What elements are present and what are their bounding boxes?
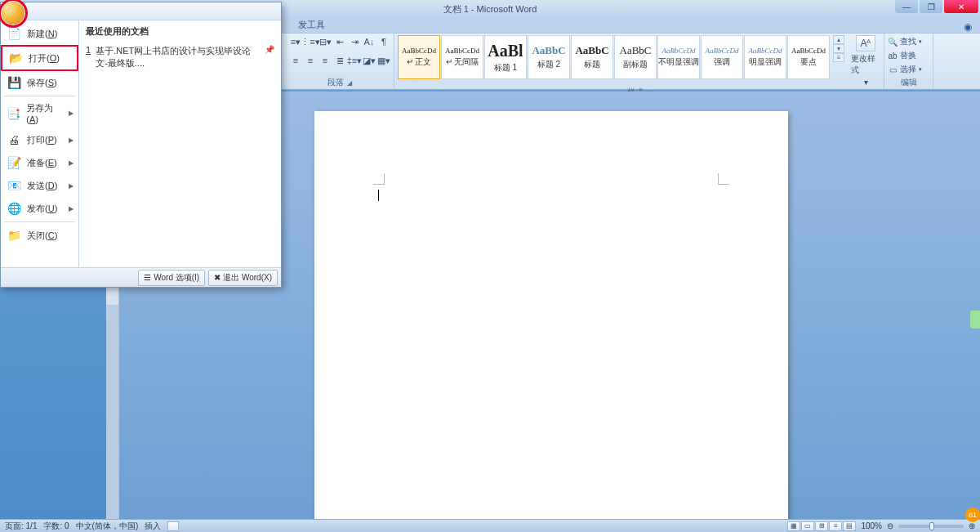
options-icon: ☰ xyxy=(144,273,151,282)
status-insert-mode[interactable]: 插入 xyxy=(145,521,161,532)
view-web-layout[interactable]: ⊞ xyxy=(815,521,828,531)
office-menu-item-2[interactable]: 💾保存(S) xyxy=(1,71,78,94)
style-preview: AaBbC xyxy=(532,44,565,57)
office-menu-item-8[interactable]: 📁关闭(C) xyxy=(1,224,78,247)
view-full-reading[interactable]: ▭ xyxy=(801,521,814,531)
indent-dec-icon[interactable]: ⇤ xyxy=(333,35,346,48)
select-button[interactable]: ▭选择▾ xyxy=(888,63,922,76)
zoom-slider[interactable] xyxy=(898,525,964,528)
view-print-layout[interactable]: ▦ xyxy=(787,521,800,531)
status-bar: 页面: 1/1 字数: 0 中文(简体，中国) 插入 ▦ ▭ ⊞ ≡ ▤ 100… xyxy=(0,519,980,532)
tab-devtools[interactable]: 发工具 xyxy=(290,17,333,33)
document-page[interactable] xyxy=(314,111,788,532)
style-item-1[interactable]: AaBbCcDd↵ 无间隔 xyxy=(441,35,483,79)
align-justify-icon[interactable]: ≣ xyxy=(333,54,346,67)
indent-inc-icon[interactable]: ⇥ xyxy=(348,35,361,48)
change-styles-icon: Aᴬ xyxy=(856,35,875,51)
office-menu: 📄新建(N)📂打开(O)💾保存(S)📑另存为(A)▶🖨打印(P)▶📝准备(E)▶… xyxy=(0,2,282,288)
status-macro-icon[interactable] xyxy=(167,521,179,531)
change-styles-button[interactable]: Aᴬ 更改样式 ▾ xyxy=(851,35,880,87)
style-item-5[interactable]: AaBbC副标题 xyxy=(614,35,657,79)
text-cursor xyxy=(378,190,379,201)
line-spacing-icon[interactable]: ‡≡▾ xyxy=(348,54,361,67)
paragraph-group: ≡▾ ⋮≡▾ ⊟▾ ⇤ ⇥ A↓ ¶ ≡ ≡ ≡ ≣ ‡≡▾ ◪▾ ▦▾ 段落◢ xyxy=(286,34,394,89)
style-item-7[interactable]: AaBbCcDd强调 xyxy=(701,35,743,79)
help-icon[interactable]: ◉ xyxy=(964,21,972,33)
menu-item-icon: 💾 xyxy=(6,75,22,90)
numbering-icon[interactable]: ⋮≡▾ xyxy=(304,35,317,48)
submenu-arrow-icon: ▶ xyxy=(69,136,74,144)
menu-item-label: 关闭(C) xyxy=(27,230,57,242)
notification-badge[interactable]: 81 xyxy=(965,507,980,522)
minimize-button[interactable]: — xyxy=(895,0,918,13)
replace-button[interactable]: ab替换 xyxy=(888,49,916,62)
style-item-3[interactable]: AaBbC标题 2 xyxy=(528,35,570,79)
menu-item-label: 打开(O) xyxy=(29,52,60,65)
office-menu-item-3[interactable]: 📑另存为(A)▶ xyxy=(1,98,78,128)
find-icon: 🔍 xyxy=(888,37,898,47)
office-menu-item-1[interactable]: 📂打开(O) xyxy=(1,45,78,71)
office-menu-item-7[interactable]: 🌐发布(U)▶ xyxy=(1,197,78,220)
align-center-icon[interactable]: ≡ xyxy=(304,54,317,67)
exit-word-button[interactable]: ✖退出 Word(X) xyxy=(208,270,278,286)
find-button[interactable]: 🔍查找▾ xyxy=(888,35,922,48)
style-item-0[interactable]: AaBbCcDd↵ 正文 xyxy=(398,35,440,79)
recent-doc-0[interactable]: 1基于.NET网上书店的设计与实现毕设论文-最终版....📌 xyxy=(86,42,274,72)
menu-item-icon: 📧 xyxy=(6,178,22,193)
change-styles-label: 更改样式 xyxy=(851,53,880,76)
multilevel-icon[interactable]: ⊟▾ xyxy=(318,35,332,48)
side-widget[interactable] xyxy=(970,311,980,329)
style-name: 标题 xyxy=(584,59,600,70)
paragraph-group-label: 段落 xyxy=(327,77,344,88)
view-draft[interactable]: ▤ xyxy=(843,521,856,531)
status-words[interactable]: 字数: 0 xyxy=(43,521,69,532)
styles-group: AaBbCcDd↵ 正文AaBbCcDd↵ 无间隔AaBl标题 1AaBbC标题… xyxy=(394,34,884,89)
recent-name: 基于.NET网上书店的设计与实现毕设论文-最终版.... xyxy=(96,45,260,69)
paragraph-dialog-launcher[interactable]: ◢ xyxy=(347,79,352,87)
style-name: 标题 2 xyxy=(537,59,560,70)
view-outline[interactable]: ≡ xyxy=(829,521,842,531)
word-options-button[interactable]: ☰Word 选项(I) xyxy=(138,270,205,286)
style-preview: AaBbCcDd xyxy=(749,47,782,55)
style-item-8[interactable]: AaBbCcDd明显强调 xyxy=(744,35,786,79)
style-name: 不明显强调 xyxy=(658,56,699,68)
style-scroll-down[interactable]: ▾ xyxy=(833,44,844,53)
zoom-level[interactable]: 100% xyxy=(861,521,882,530)
pin-icon[interactable]: 📌 xyxy=(265,45,274,69)
submenu-arrow-icon: ▶ xyxy=(69,110,74,117)
zoom-out-button[interactable]: ⊖ xyxy=(887,521,893,530)
sort-icon[interactable]: A↓ xyxy=(363,35,376,48)
submenu-arrow-icon: ▶ xyxy=(69,182,74,190)
menu-item-icon: 🌐 xyxy=(6,201,22,216)
style-item-6[interactable]: AaBbCcDd不明显强调 xyxy=(657,35,700,79)
status-language[interactable]: 中文(简体，中国) xyxy=(76,521,139,532)
status-page[interactable]: 页面: 1/1 xyxy=(5,521,37,532)
style-name: 明显强调 xyxy=(749,56,782,68)
exit-icon: ✖ xyxy=(214,273,220,282)
office-menu-item-5[interactable]: 📝准备(E)▶ xyxy=(1,151,78,174)
style-scroll-up[interactable]: ▴ xyxy=(833,35,844,44)
close-button[interactable]: ✕ xyxy=(944,0,978,13)
office-menu-item-6[interactable]: 📧发送(D)▶ xyxy=(1,174,78,197)
office-menu-footer: ☰Word 选项(I) ✖退出 Word(X) xyxy=(1,267,281,287)
maximize-button[interactable]: ❐ xyxy=(920,0,942,13)
menu-item-icon: 📝 xyxy=(6,155,22,170)
style-item-2[interactable]: AaBl标题 1 xyxy=(484,35,527,79)
style-preview: AaBbCcDd xyxy=(662,47,696,55)
zoom-in-button[interactable]: ⊕ xyxy=(969,521,975,530)
style-item-9[interactable]: AaBbCcDd要点 xyxy=(787,35,830,79)
align-right-icon[interactable]: ≡ xyxy=(318,54,332,67)
style-name: 副标题 xyxy=(623,59,648,70)
menu-item-label: 另存为(A) xyxy=(26,102,64,124)
style-expand[interactable]: ≡ xyxy=(833,53,844,62)
menu-item-label: 准备(E) xyxy=(27,157,57,169)
shading-icon[interactable]: ◪▾ xyxy=(363,54,376,67)
align-left-icon[interactable]: ≡ xyxy=(289,54,302,67)
editing-group: 🔍查找▾ ab替换 ▭选择▾ 编辑 xyxy=(884,34,933,89)
borders-icon[interactable]: ▦▾ xyxy=(377,54,390,67)
office-menu-item-4[interactable]: 🖨打印(P)▶ xyxy=(1,128,78,151)
style-item-4[interactable]: AaBbC标题 xyxy=(571,35,613,79)
show-marks-icon[interactable]: ¶ xyxy=(377,35,390,48)
menu-item-icon: 📂 xyxy=(7,51,24,65)
style-name: ↵ 正文 xyxy=(407,56,432,68)
